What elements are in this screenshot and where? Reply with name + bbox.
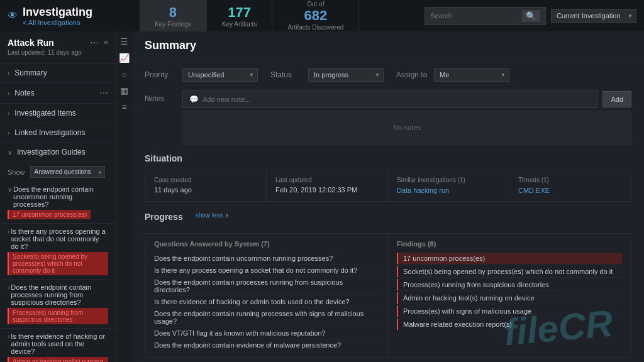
answer-tag-3[interactable]: Admin or hacking tool(s) running on devi… [8,357,108,362]
q-list-4[interactable]: Does the endpoint contain running proces… [154,308,379,327]
tool-circle-icon[interactable]: ○ [121,69,126,79]
assign-label: Assign to [396,70,428,79]
question-item-3[interactable]: › Is there evidence of hacking or admin … [0,329,116,362]
finding-3[interactable]: Admin or hacking tool(s) running on devi… [397,292,622,304]
panel-title: Summary [145,39,196,52]
question-text-2: Does the endpoint contain processes runn… [11,283,108,306]
finding-4[interactable]: Process(es) with signs of malicious usag… [397,305,622,317]
key-findings-value: 8 [169,4,177,21]
sidebar-item-linked-label: Linked Investigations [14,128,85,137]
situation-link-3[interactable]: CMD.EXE [518,187,550,194]
tool-list-icon[interactable]: ☰ [120,36,128,47]
add-note-button[interactable]: Add [602,91,631,107]
priority-label: Priority [145,70,176,79]
metric-out-group: Out of 682 Artifacts Discovered [287,1,343,31]
guide-show-select[interactable]: Answered questions [30,166,105,178]
panel-content: Priority Unspecified Status In progress [132,60,644,362]
findings-col-header: Findings (8) [397,240,622,248]
answer-tag-2[interactable]: Process(es) running from suspicious dire… [8,308,108,324]
sidebar-item-summary[interactable]: › Summary [0,63,116,83]
right-panel: Summary Priority Unspecified Status [132,31,644,362]
sidebar-item-investigated-label-group: › Investigated Items [8,109,76,118]
q-list-2[interactable]: Does the endpoint contain processes runn… [154,277,379,296]
sidebar-item-investigated[interactable]: › Investigated Items [0,104,116,123]
priority-select-wrapper[interactable]: Unspecified [182,68,258,82]
show-less-link[interactable]: show less ∧ [196,212,230,219]
back-link[interactable]: < All Investigations [23,19,92,26]
situation-link-2[interactable]: Data hacking run [397,187,449,194]
assign-select[interactable]: Me [434,68,509,82]
question-chevron-2: › [8,284,9,291]
notes-row: 💬 Add [182,90,631,108]
search-box[interactable]: 🔍 [425,7,546,25]
investigation-select[interactable]: Current Investigation [551,9,636,23]
q-list-1[interactable]: Is there any process opening a socket th… [154,265,379,277]
sidebar-item-guides-label: Investigation Guides [17,148,86,156]
metric-key-findings[interactable]: 8 Key Findings [140,0,207,31]
priority-field: Priority Unspecified [145,68,258,82]
investigation-select-wrapper[interactable]: Current Investigation [551,9,636,23]
finding-2[interactable]: Process(es) running from suspicious dire… [397,279,622,291]
notes-input[interactable] [203,96,591,103]
notes-input-wrapper[interactable]: 💬 [182,90,597,108]
status-select[interactable]: In progress [308,68,384,82]
artifacts-discovered-value: 682 [304,8,327,24]
key-artifacts-label: Key Artifacts [222,21,257,28]
app-title-group: Investigating < All Investigations [23,6,92,26]
finding-1[interactable]: Socket(s) being opened by process(es) wh… [397,266,622,278]
situation-col-1: Last updated Feb 20, 2019 12:02:33 PM [267,170,388,201]
sidebar-item-linked[interactable]: › Linked Investigations [0,123,116,143]
more-options-icon[interactable]: ⋯ [90,38,99,48]
linked-chevron-icon: › [8,129,9,136]
sidebar-item-summary-label-group: › Summary [8,69,47,77]
metric-key-artifacts[interactable]: 177 Key Artifacts [207,0,273,31]
q-list-0[interactable]: Does the endpoint contain uncommon runni… [154,253,379,265]
finding-0[interactable]: 17 uncommon process(es) [397,253,622,265]
q-list-5[interactable]: Does VT/GTI flag it as known with malici… [154,327,379,339]
finding-5[interactable]: Malware related execution report(s) [397,319,622,330]
tool-lines-icon[interactable]: ≡ [121,102,126,112]
sidebar-item-notes[interactable]: › Notes ⋯ [0,83,116,104]
assign-field: Assign to Me [396,68,509,82]
sidebar-right-tools: ☰ 📈 ○ ▦ ≡ [116,31,132,362]
situation-grid: Case created 11 days ago Last updated Fe… [145,170,631,202]
answer-tag-1[interactable]: Socket(s) being opened by process(es) wh… [8,252,108,275]
question-row-2: › Does the endpoint contain processes ru… [8,283,108,306]
priority-select[interactable]: Unspecified [182,68,258,82]
progress-section: Progress show less ∧ Questions Answered … [145,212,631,358]
tool-grid-icon[interactable]: ▦ [120,85,128,96]
assign-select-wrapper[interactable]: Me [434,68,509,82]
notes-more-icon[interactable]: ⋯ [99,88,108,98]
status-select-wrapper[interactable]: In progress [308,68,384,82]
situation-col-label-1: Last updated [275,177,379,184]
sidebar-item-guides[interactable]: ∨ Investigation Guides [0,143,116,162]
sidebar-header: Attack Run ⋯ « Last updated: 11 days ago [0,31,116,63]
collapse-icon[interactable]: « [104,38,108,48]
question-item-2[interactable]: › Does the endpoint contain processes ru… [0,280,116,329]
guide-show-select-wrapper[interactable]: Answered questions [30,166,105,178]
questions-col-header: Questions Answered by System (7) [154,240,379,248]
situation-col-value-1: Feb 20, 2019 12:02:33 PM [275,186,379,194]
search-button[interactable]: 🔍 [522,10,540,22]
q-list-6[interactable]: Does the endpoint contain evidence of ma… [154,339,379,351]
metric-artifacts-discovered[interactable]: Out of 682 Artifacts Discovered [272,0,359,31]
sidebar-item-notes-label: Notes [14,89,34,97]
top-bar-right: 🔍 Current Investigation [425,7,636,25]
question-chevron-0: ∨ [8,186,12,193]
q-list-3[interactable]: Is there evidence of hacking or admin to… [154,296,379,308]
question-item-1[interactable]: › Is there any process opening a socket … [0,224,116,280]
answer-tag-0[interactable]: 17 uncommon process(es) [8,210,91,219]
app-title: Investigating [23,6,92,19]
status-label: Status [270,70,302,79]
sidebar-header-row: Attack Run ⋯ « [8,38,108,48]
sidebar: Attack Run ⋯ « Last updated: 11 days ago… [0,31,132,362]
key-artifacts-value: 177 [228,4,251,21]
guide-show-label: Show [8,168,25,176]
sidebar-item-guides-label-group: ∨ Investigation Guides [8,148,86,156]
question-item-0[interactable]: ∨ Does the endpoint contain uncommon run… [0,182,116,224]
situation-col-label-2: Similar investigations (1) [397,177,500,184]
question-chevron-1: › [8,228,9,235]
question-row-1: › Is there any process opening a socket … [8,228,108,250]
tool-chart-icon[interactable]: 📈 [119,53,130,63]
search-input[interactable] [430,12,518,19]
